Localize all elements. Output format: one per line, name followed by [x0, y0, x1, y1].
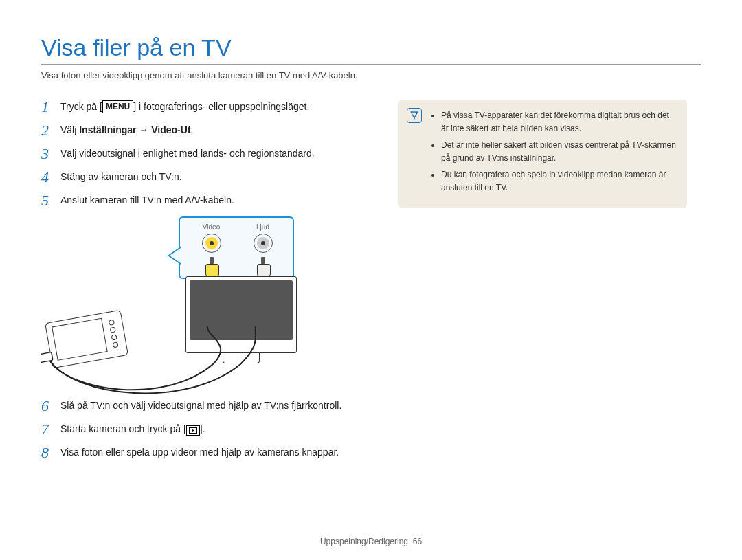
- step-number: 4: [41, 170, 60, 185]
- step-number: 8: [41, 445, 60, 460]
- step-number: 1: [41, 100, 60, 115]
- step-text: Slå på TV:n och välj videoutsignal med h…: [60, 399, 341, 414]
- audio-plug-icon: [257, 257, 269, 275]
- step-7: 7 Starta kameran och tryck på [].: [41, 422, 364, 437]
- svg-marker-2: [192, 429, 194, 432]
- playback-key-icon: [186, 425, 200, 436]
- step-number: 2: [41, 123, 60, 138]
- audio-jack-icon: [254, 234, 273, 253]
- step-1: 1 Tryck på [MENU] i fotograferings- elle…: [41, 100, 364, 115]
- note-icon: [407, 108, 422, 123]
- video-plug-icon: [205, 257, 218, 275]
- step-number: 7: [41, 422, 60, 437]
- step-text: Stäng av kameran och TV:n.: [60, 170, 182, 185]
- note-column: På vissa TV-apparater kan det förekomma …: [398, 100, 687, 208]
- camera-icon: [45, 310, 128, 368]
- step-4: 4 Stäng av kameran och TV:n.: [41, 170, 364, 185]
- port-label-audio: Ljud: [254, 223, 273, 231]
- footer-section: Uppspelning/Redigering: [320, 537, 408, 546]
- step-text: .: [191, 124, 194, 135]
- step-number: 6: [41, 399, 60, 414]
- tv-stand: [223, 352, 260, 363]
- step-text: Visa foton eller spela upp videor med hj…: [60, 445, 339, 460]
- step-5: 5 Anslut kameran till TV:n med A/V-kabel…: [41, 193, 364, 208]
- steps-column: 1 Tryck på [MENU] i fotograferings- elle…: [41, 100, 398, 469]
- note-item: Du kan fotografera och spela in videokli…: [441, 168, 676, 194]
- step-6: 6 Slå på TV:n och välj videoutsignal med…: [41, 399, 364, 414]
- footer-page-number: 66: [413, 537, 422, 546]
- tv-icon: [186, 276, 297, 353]
- step-number: 3: [41, 146, 60, 161]
- step-text: Välj: [60, 124, 79, 135]
- step-text: Anslut kameran till TV:n med A/V-kabeln.: [60, 193, 234, 208]
- step-2: 2 Välj Inställningar → Video-Ut.: [41, 123, 364, 138]
- page-footer: Uppspelning/Redigering 66: [0, 537, 742, 546]
- step-bold: Inställningar → Video-Ut: [79, 124, 190, 135]
- video-jack-icon: [202, 234, 221, 253]
- step-text: ].: [200, 423, 205, 434]
- note-item: Det är inte heller säkert att bilden vis…: [441, 139, 676, 164]
- connection-diagram: Video Ljud: [41, 216, 364, 399]
- step-3: 3 Välj videoutsignal i enlighet med land…: [41, 146, 364, 161]
- menu-key: MENU: [102, 100, 133, 113]
- note-box: På vissa TV-apparater kan det förekomma …: [398, 100, 687, 208]
- step-number: 5: [41, 193, 60, 208]
- step-8: 8 Visa foton eller spela upp videor med …: [41, 445, 364, 460]
- step-text: Starta kameran och tryck på [: [60, 423, 186, 434]
- step-text: Välj videoutsignal i enlighet med lands-…: [60, 146, 315, 161]
- lead-text: Visa foton eller videoklipp genom att an…: [41, 70, 701, 80]
- av-ports-callout: Video Ljud: [179, 216, 294, 279]
- note-item: På vissa TV-apparater kan det förekomma …: [441, 109, 676, 135]
- step-text: Tryck på [: [60, 101, 102, 112]
- step-text: ] i fotograferings- eller uppspelningslä…: [133, 101, 309, 112]
- port-label-video: Video: [202, 223, 221, 231]
- title-rule: [41, 64, 701, 65]
- page-title: Visa filer på en TV: [41, 34, 701, 61]
